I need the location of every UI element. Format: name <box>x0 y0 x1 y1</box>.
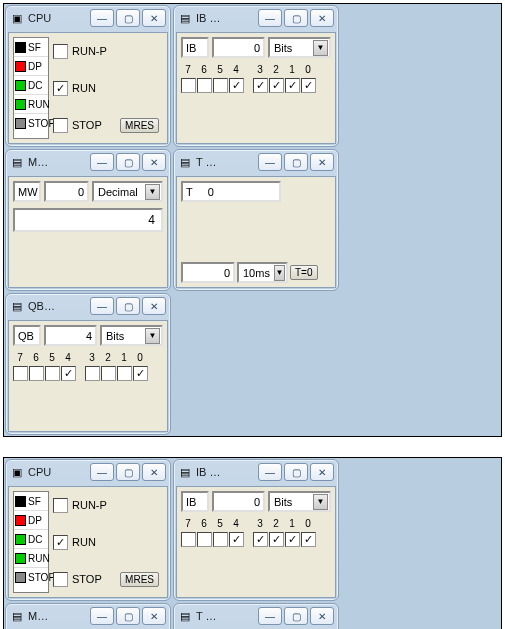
mw-titlebar[interactable]: ▤ M… — ▢ ✕ <box>6 604 170 628</box>
bit1-checkbox[interactable] <box>117 366 132 381</box>
mres-button[interactable]: MRES <box>120 572 159 587</box>
bit-1: 1 ✓ <box>285 64 299 93</box>
maximize-button[interactable]: ▢ <box>284 607 308 625</box>
bit0-checkbox[interactable]: ✓ <box>301 532 316 547</box>
bit-label: 6 <box>201 64 207 76</box>
maximize-button[interactable]: ▢ <box>284 9 308 27</box>
bit2-checkbox[interactable]: ✓ <box>269 532 284 547</box>
runp-checkbox[interactable] <box>53 44 68 59</box>
bit5-checkbox[interactable] <box>213 78 228 93</box>
qb-label-input[interactable]: QB <box>13 325 41 346</box>
cpu-titlebar[interactable]: ▣ CPU — ▢ ✕ <box>6 460 170 484</box>
close-button[interactable]: ✕ <box>142 9 166 27</box>
bit2-checkbox[interactable]: ✓ <box>269 78 284 93</box>
timer-label-input[interactable]: T 0 <box>181 181 281 202</box>
bit5-checkbox[interactable] <box>213 532 228 547</box>
bit4-checkbox[interactable]: ✓ <box>61 366 76 381</box>
timer-titlebar[interactable]: ▤ T … — ▢ ✕ <box>174 604 338 628</box>
maximize-button[interactable]: ▢ <box>116 153 140 171</box>
ib-format-select[interactable]: Bits ▼ <box>268 491 331 512</box>
dropdown-arrow-icon[interactable]: ▼ <box>145 184 160 200</box>
dropdown-arrow-icon[interactable]: ▼ <box>313 40 328 56</box>
mw-format-select[interactable]: Decimal ▼ <box>92 181 163 202</box>
ib-window: ▤ IB … — ▢ ✕ IB 0 Bits ▼ 7 6 5 4 ✓ <box>173 459 339 601</box>
minimize-button[interactable]: — <box>90 9 114 27</box>
minimize-button[interactable]: — <box>258 9 282 27</box>
mw-addr-input[interactable]: 0 <box>44 181 89 202</box>
bit1-checkbox[interactable]: ✓ <box>285 532 300 547</box>
led-indicator <box>15 572 26 583</box>
bit4-checkbox[interactable]: ✓ <box>229 532 244 547</box>
bit0-checkbox[interactable]: ✓ <box>133 366 148 381</box>
snapshot: ▣ CPU — ▢ ✕ SF DP DC RUN STOP RUN-P <box>3 457 502 629</box>
run-checkbox[interactable]: ✓ <box>53 535 68 550</box>
close-button[interactable]: ✕ <box>142 607 166 625</box>
minimize-button[interactable]: — <box>258 607 282 625</box>
close-button[interactable]: ✕ <box>142 153 166 171</box>
ib-titlebar[interactable]: ▤ IB … — ▢ ✕ <box>174 460 338 484</box>
maximize-button[interactable]: ▢ <box>116 463 140 481</box>
stop-checkbox[interactable] <box>53 572 68 587</box>
bit7-checkbox[interactable] <box>181 532 196 547</box>
led-indicator <box>15 534 26 545</box>
minimize-button[interactable]: — <box>90 607 114 625</box>
bit0-checkbox[interactable]: ✓ <box>301 78 316 93</box>
maximize-button[interactable]: ▢ <box>116 297 140 315</box>
window-title: M… <box>28 156 86 168</box>
mw-titlebar[interactable]: ▤ M… — ▢ ✕ <box>6 150 170 174</box>
bit5-checkbox[interactable] <box>45 366 60 381</box>
mw-label-input[interactable]: MW <box>13 181 41 202</box>
bit7-checkbox[interactable] <box>181 78 196 93</box>
minimize-button[interactable]: — <box>90 153 114 171</box>
ib-titlebar[interactable]: ▤ IB … — ▢ ✕ <box>174 6 338 30</box>
close-button[interactable]: ✕ <box>142 297 166 315</box>
bit1-checkbox[interactable]: ✓ <box>285 78 300 93</box>
cpu-titlebar[interactable]: ▣ CPU — ▢ ✕ <box>6 6 170 30</box>
ib-label-input[interactable]: IB <box>181 491 209 512</box>
run-checkbox[interactable]: ✓ <box>53 81 68 96</box>
bit7-checkbox[interactable] <box>13 366 28 381</box>
bit-label: 1 <box>121 352 127 364</box>
maximize-button[interactable]: ▢ <box>284 153 308 171</box>
timer-unit-select-value: 10ms <box>243 267 270 279</box>
bit3-checkbox[interactable]: ✓ <box>253 532 268 547</box>
close-button[interactable]: ✕ <box>310 153 334 171</box>
close-button[interactable]: ✕ <box>310 9 334 27</box>
ib-addr-input[interactable]: 0 <box>212 37 265 58</box>
maximize-button[interactable]: ▢ <box>116 607 140 625</box>
ib-label-input[interactable]: IB <box>181 37 209 58</box>
dropdown-arrow-icon[interactable]: ▼ <box>145 328 160 344</box>
maximize-button[interactable]: ▢ <box>116 9 140 27</box>
timer-unit-select[interactable]: 10ms ▼ <box>237 262 288 283</box>
close-button[interactable]: ✕ <box>142 463 166 481</box>
qb-addr-input[interactable]: 4 <box>44 325 97 346</box>
dropdown-arrow-icon[interactable]: ▼ <box>274 265 285 281</box>
minimize-button[interactable]: — <box>258 153 282 171</box>
dropdown-arrow-icon[interactable]: ▼ <box>313 494 328 510</box>
close-button[interactable]: ✕ <box>310 463 334 481</box>
timer-reset-button[interactable]: T=0 <box>290 265 318 280</box>
qb-window: ▤ QB… — ▢ ✕ QB 4 Bits ▼ 7 6 5 4 ✓ <box>5 293 171 435</box>
minimize-button[interactable]: — <box>90 297 114 315</box>
ib-addr-input[interactable]: 0 <box>212 491 265 512</box>
bit3-checkbox[interactable] <box>85 366 100 381</box>
qb-format-select[interactable]: Bits ▼ <box>100 325 163 346</box>
bit6-checkbox[interactable] <box>197 532 212 547</box>
bit6-checkbox[interactable] <box>197 78 212 93</box>
bit2-checkbox[interactable] <box>101 366 116 381</box>
qb-titlebar[interactable]: ▤ QB… — ▢ ✕ <box>6 294 170 318</box>
bit3-checkbox[interactable]: ✓ <box>253 78 268 93</box>
timer-body: T 0 0 10ms ▼ T=0 <box>176 176 336 288</box>
bit6-checkbox[interactable] <box>29 366 44 381</box>
close-button[interactable]: ✕ <box>310 607 334 625</box>
minimize-button[interactable]: — <box>90 463 114 481</box>
maximize-button[interactable]: ▢ <box>284 463 308 481</box>
timer-value-input[interactable]: 0 <box>181 262 235 283</box>
runp-checkbox[interactable] <box>53 498 68 513</box>
mres-button[interactable]: MRES <box>120 118 159 133</box>
ib-format-select[interactable]: Bits ▼ <box>268 37 331 58</box>
timer-titlebar[interactable]: ▤ T … — ▢ ✕ <box>174 150 338 174</box>
stop-checkbox[interactable] <box>53 118 68 133</box>
minimize-button[interactable]: — <box>258 463 282 481</box>
bit4-checkbox[interactable]: ✓ <box>229 78 244 93</box>
